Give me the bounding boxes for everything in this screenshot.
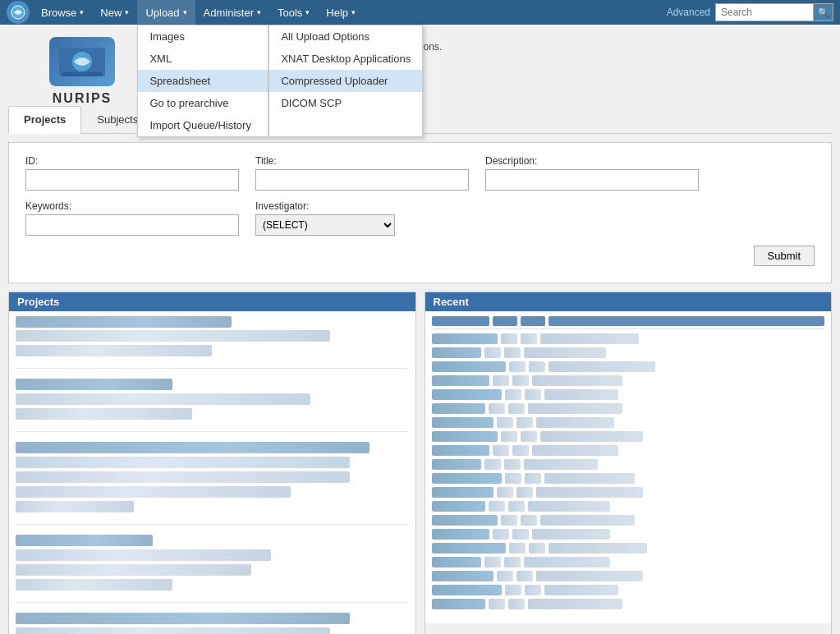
project-entry-3: [16, 442, 409, 525]
submit-button[interactable]: Submit: [754, 246, 815, 266]
table-row: [432, 543, 825, 554]
brand-logo-icon: [57, 44, 107, 80]
table-row: [432, 389, 825, 401]
upload-images-item[interactable]: Images: [138, 25, 268, 48]
table-row: [432, 417, 825, 429]
upload-caret-icon: ▾: [183, 8, 187, 16]
table-row: [432, 445, 825, 457]
investigator-label: Investigator:: [255, 200, 395, 212]
project-entry-5: [16, 613, 409, 634]
recent-panel-header: Recent: [425, 292, 832, 311]
top-navigation: Browse ▾ New ▾ Upload ▾ Images XML Sprea…: [0, 0, 840, 25]
search-input[interactable]: [715, 3, 814, 21]
table-row: [432, 529, 825, 540]
nav-help[interactable]: Help ▾: [318, 0, 364, 25]
id-label: ID:: [25, 155, 239, 167]
project-entry-4: [16, 535, 409, 603]
app-logo: [7, 1, 30, 24]
table-row: [432, 459, 825, 471]
project-entry-2: [16, 379, 409, 432]
nav-tools[interactable]: Tools ▾: [269, 0, 318, 25]
table-row: [432, 515, 825, 526]
help-caret-icon: ▾: [351, 8, 356, 16]
upload-spreadsheet-item[interactable]: Spreadsheet: [138, 70, 268, 92]
upload-all-options-item[interactable]: All Upload Options: [269, 25, 422, 48]
investigator-field-group: Investigator: (SELECT): [255, 200, 395, 236]
search-form: ID: Title: Description: Keywords: Invest…: [8, 142, 832, 283]
projects-panel: Projects: [8, 292, 416, 634]
description-label: Description:: [485, 155, 699, 167]
upload-xml-item[interactable]: XML: [138, 48, 268, 70]
table-row: [432, 571, 825, 582]
keywords-input[interactable]: [25, 214, 239, 236]
upload-dropdown-left: Images XML Spreadsheet Go to prearchive …: [137, 25, 269, 137]
upload-import-queue-item[interactable]: Import Queue/History: [138, 114, 268, 136]
title-label: Title:: [255, 155, 469, 167]
upload-dropdown-right: All Upload Options XNAT Desktop Applicat…: [269, 25, 423, 137]
panels-row: Projects: [8, 292, 832, 634]
brand-name: NURIPS: [53, 91, 112, 106]
search-button[interactable]: 🔍: [814, 3, 833, 21]
upload-prearchive-item[interactable]: Go to prearchive: [138, 92, 268, 114]
table-row: [432, 375, 825, 387]
nav-upload[interactable]: Upload ▾ Images XML Spreadsheet Go to pr…: [137, 0, 195, 25]
keywords-field-group: Keywords:: [25, 200, 239, 236]
table-row: [432, 501, 825, 512]
recent-panel-body: (function() { const rows = [ [80, 20, 20…: [425, 311, 832, 623]
brand-section: NURIPS: [8, 33, 156, 106]
form-row-1: ID: Title: Description:: [25, 155, 815, 191]
submit-row: Submit: [25, 246, 815, 266]
table-row: [432, 487, 825, 498]
upload-dropdown: Images XML Spreadsheet Go to prearchive …: [137, 25, 423, 137]
title-field-group: Title:: [255, 155, 469, 191]
upload-xnat-desktop-item[interactable]: XNAT Desktop Applications: [269, 48, 422, 70]
table-row: [432, 347, 825, 359]
svg-rect-3: [62, 72, 103, 76]
upload-dicom-scp-item[interactable]: DICOM SCP: [269, 92, 422, 114]
brand-logo: [49, 37, 115, 86]
table-row: [432, 403, 825, 415]
nav-new[interactable]: New ▾: [92, 0, 137, 25]
table-row: [432, 585, 825, 596]
table-row: [432, 599, 825, 610]
table-row: [432, 361, 825, 373]
search-box: 🔍: [715, 3, 833, 21]
new-caret-icon: ▾: [125, 8, 129, 16]
projects-panel-body: [9, 311, 415, 634]
upload-compressed-item[interactable]: Compressed Uploader: [269, 70, 422, 92]
table-row: [432, 333, 825, 345]
browse-caret-icon: ▾: [80, 8, 84, 16]
recent-panel: Recent (function() { const rows = [ [80,…: [425, 292, 833, 634]
tools-caret-icon: ▾: [305, 8, 310, 16]
advanced-link[interactable]: Advanced: [667, 7, 710, 18]
administer-caret-icon: ▾: [257, 8, 261, 16]
investigator-select[interactable]: (SELECT): [255, 214, 395, 236]
id-field-group: ID:: [25, 155, 239, 191]
description-field-group: Description:: [485, 155, 699, 191]
title-input[interactable]: [255, 169, 469, 191]
tab-projects[interactable]: Projects: [8, 106, 81, 134]
nav-browse[interactable]: Browse ▾: [33, 0, 92, 25]
id-input[interactable]: [25, 169, 239, 191]
keywords-label: Keywords:: [25, 200, 239, 212]
project-entry-1: [16, 316, 409, 369]
nav-administer[interactable]: Administer ▾: [195, 0, 269, 25]
projects-panel-header: Projects: [9, 292, 415, 311]
description-input[interactable]: [485, 169, 699, 191]
search-icon: 🔍: [818, 7, 829, 18]
nav-right-section: Advanced 🔍: [667, 3, 833, 21]
logo-icon: [10, 4, 26, 21]
table-row: [432, 473, 825, 485]
form-row-2: Keywords: Investigator: (SELECT): [25, 200, 815, 236]
table-row: [432, 431, 825, 443]
table-row: [432, 557, 825, 568]
